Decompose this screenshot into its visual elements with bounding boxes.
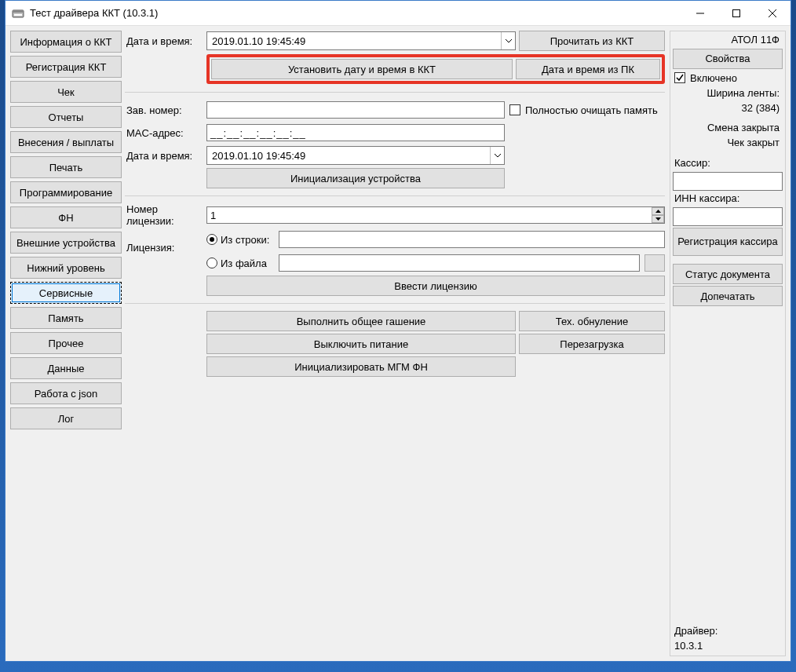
check-status: Чек закрыт bbox=[673, 137, 783, 150]
sidebar-item-external[interactable]: Внешние устройства bbox=[10, 232, 122, 254]
checkbox-checked-icon bbox=[674, 72, 685, 83]
sidebar-item-info[interactable]: Информация о ККТ bbox=[10, 31, 122, 53]
sidebar-item-programming[interactable]: Программирование bbox=[10, 181, 122, 203]
license-no-input[interactable]: 1 bbox=[206, 206, 665, 224]
radio-from-file[interactable] bbox=[206, 257, 217, 268]
from-string-label: Из строки: bbox=[221, 234, 276, 246]
window-title: Тест драйвера ККТ (10.3.1) bbox=[30, 7, 158, 19]
right-panel: АТОЛ 11Ф Свойства Включено Ширина ленты:… bbox=[670, 31, 786, 656]
radio-from-string[interactable] bbox=[206, 234, 217, 245]
init-device-button[interactable]: Инициализация устройства bbox=[206, 168, 505, 188]
cashier-input[interactable] bbox=[673, 172, 783, 191]
app-icon bbox=[12, 7, 24, 20]
tech-reset-button[interactable]: Тех. обнуление bbox=[519, 311, 665, 331]
serial-input[interactable] bbox=[206, 101, 505, 119]
spinner-down[interactable] bbox=[652, 215, 664, 223]
read-from-kkt-button[interactable]: Прочитать из ККТ bbox=[519, 31, 665, 51]
svg-rect-2 bbox=[14, 14, 22, 16]
enabled-checkbox[interactable]: Включено bbox=[673, 71, 783, 86]
cashier-inn-label: ИНН кассира: bbox=[673, 192, 783, 206]
svg-rect-4 bbox=[733, 9, 740, 16]
main-panel: Дата и время: 2019.01.10 19:45:49 Прочит… bbox=[125, 31, 666, 656]
register-cashier-button[interactable]: Регистрация кассира bbox=[673, 228, 783, 256]
sidebar-item-registration[interactable]: Регистрация ККТ bbox=[10, 56, 122, 78]
app-window: Тест драйвера ККТ (10.3.1) Информация о … bbox=[5, 0, 791, 662]
datetime2-combo[interactable]: 2019.01.10 19:45:49 bbox=[206, 146, 505, 165]
general-clear-button[interactable]: Выполнить общее гашение bbox=[206, 311, 516, 331]
device-name: АТОЛ 11Ф bbox=[673, 34, 783, 47]
sidebar-item-lowlevel[interactable]: Нижний уровень bbox=[10, 257, 122, 279]
spinner-up[interactable] bbox=[652, 207, 664, 215]
tape-width-label: Ширина ленты: bbox=[673, 87, 783, 100]
driver-version: 10.3.1 bbox=[673, 640, 783, 653]
titlebar: Тест драйвера ККТ (10.3.1) bbox=[5, 1, 791, 26]
datetime-combo[interactable]: 2019.01.10 19:45:49 bbox=[206, 31, 516, 50]
checkbox-icon bbox=[509, 104, 520, 115]
svg-rect-1 bbox=[13, 10, 24, 13]
sidebar-item-data[interactable]: Данные bbox=[10, 357, 122, 379]
mac-input[interactable]: __:__:__:__:__:__ bbox=[206, 124, 505, 141]
reprint-button[interactable]: Допечатать bbox=[673, 286, 783, 306]
sidebar-item-json[interactable]: Работа с json bbox=[10, 382, 122, 404]
chevron-down-icon bbox=[490, 147, 504, 164]
license-string-input[interactable] bbox=[279, 231, 665, 248]
mac-label: MAC-адрес: bbox=[125, 127, 203, 139]
init-mgm-button[interactable]: Инициализировать МГМ ФН bbox=[206, 356, 516, 377]
sidebar-item-other[interactable]: Прочее bbox=[10, 332, 122, 354]
reboot-button[interactable]: Перезагрузка bbox=[519, 334, 665, 354]
power-off-button[interactable]: Выключить питание bbox=[206, 334, 516, 354]
clear-memory-checkbox[interactable]: Полностью очищать память bbox=[508, 103, 658, 118]
set-datetime-button[interactable]: Установить дату и время в ККТ bbox=[211, 59, 513, 79]
datetime-from-pc-button[interactable]: Дата и время из ПК bbox=[516, 59, 660, 79]
license-no-label: Номер лицензии: bbox=[125, 203, 203, 227]
sidebar-item-check[interactable]: Чек bbox=[10, 81, 122, 103]
maximize-button[interactable] bbox=[718, 1, 754, 25]
sidebar-item-fn[interactable]: ФН bbox=[10, 206, 122, 228]
sidebar-item-cash[interactable]: Внесения / выплаты bbox=[10, 131, 122, 153]
sidebar-item-service[interactable]: Сервисные bbox=[10, 282, 122, 304]
sidebar-item-log[interactable]: Лог bbox=[10, 407, 122, 429]
chevron-down-icon bbox=[501, 32, 515, 49]
cashier-label: Кассир: bbox=[673, 157, 783, 170]
tape-width-value: 32 (384) bbox=[673, 102, 783, 115]
datetime2-label: Дата и время: bbox=[125, 150, 203, 162]
license-file-input[interactable] bbox=[279, 254, 640, 272]
sidebar-item-print[interactable]: Печать bbox=[10, 156, 122, 178]
enter-license-button[interactable]: Ввести лицензию bbox=[206, 276, 665, 296]
close-button[interactable] bbox=[754, 1, 791, 25]
shift-status: Смена закрыта bbox=[673, 122, 783, 135]
minimize-button[interactable] bbox=[682, 1, 718, 25]
driver-label: Драйвер: bbox=[673, 625, 783, 638]
datetime-label: Дата и время: bbox=[125, 35, 203, 47]
sidebar: Информация о ККТ Регистрация ККТ Чек Отч… bbox=[10, 31, 122, 656]
properties-button[interactable]: Свойства bbox=[673, 49, 783, 69]
sidebar-item-reports[interactable]: Отчеты bbox=[10, 106, 122, 128]
doc-status-button[interactable]: Статус документа bbox=[673, 264, 783, 284]
serial-label: Зав. номер: bbox=[125, 104, 203, 116]
browse-file-button[interactable] bbox=[644, 254, 665, 272]
highlight-box: Установить дату и время в ККТ Дата и вре… bbox=[206, 54, 665, 84]
cashier-inn-input[interactable] bbox=[673, 207, 783, 226]
from-file-label: Из файла bbox=[221, 257, 276, 269]
sidebar-item-memory[interactable]: Память bbox=[10, 307, 122, 329]
license-label: Лицензия: bbox=[125, 229, 203, 254]
